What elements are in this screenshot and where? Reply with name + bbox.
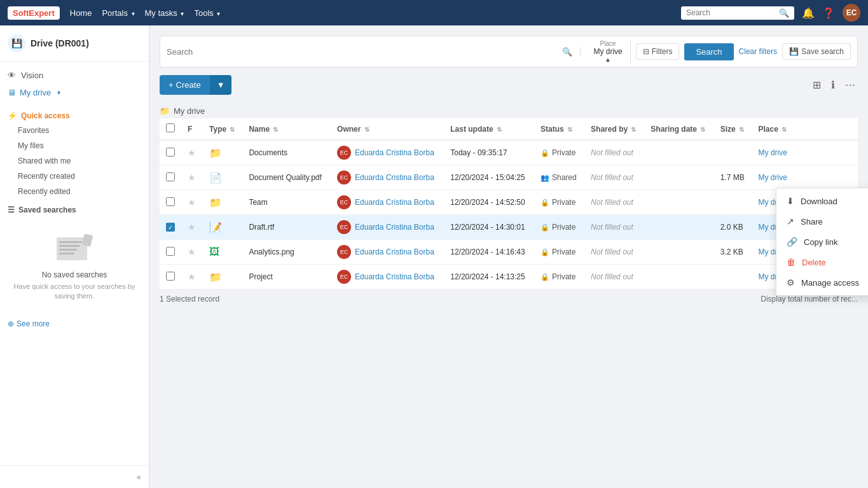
row-name-cell[interactable]: Documents xyxy=(242,140,331,165)
more-options-button[interactable]: ⋯ xyxy=(843,76,858,94)
notification-icon[interactable]: 🔔 xyxy=(802,7,815,19)
file-type-icon: 📁 xyxy=(209,272,222,282)
see-more-link[interactable]: ⊕ See more xyxy=(0,314,149,333)
col-header-owner[interactable]: Owner ⇅ xyxy=(331,118,444,140)
last-update: 12/20/2024 - 14:30:01 xyxy=(450,223,525,232)
context-menu-item-download[interactable]: ⬇Download xyxy=(776,191,868,211)
row-checkbox[interactable] xyxy=(166,197,175,206)
owner-name[interactable]: Eduarda Cristina Borba xyxy=(355,272,434,281)
place-label: Place xyxy=(600,40,616,47)
row-star-cell[interactable]: ★ xyxy=(181,240,203,265)
collapse-sidebar-btn[interactable]: « xyxy=(0,465,149,488)
place-link[interactable]: My drive xyxy=(759,148,787,157)
row-select-cell[interactable] xyxy=(160,240,181,265)
help-icon[interactable]: ❓ xyxy=(822,7,835,19)
col-header-size[interactable]: Size ⇅ xyxy=(714,118,752,140)
sidebar-item-favorites[interactable]: Favorites xyxy=(0,123,149,138)
last-update: 12/20/2024 - 14:16:43 xyxy=(450,247,525,256)
create-dropdown-button[interactable]: ▼ xyxy=(210,75,231,95)
context-menu-item-share[interactable]: ↗Share xyxy=(776,211,868,232)
row-size-cell xyxy=(714,140,752,165)
row-select-cell[interactable] xyxy=(160,265,181,289)
status-text: Private xyxy=(552,223,575,232)
star-icon[interactable]: ★ xyxy=(188,272,196,282)
context-menu-item-delete[interactable]: 🗑Delete xyxy=(776,252,868,272)
row-star-cell[interactable]: ★ xyxy=(181,190,203,215)
col-header-last-update[interactable]: Last update ⇅ xyxy=(444,118,534,140)
place-link[interactable]: My drive xyxy=(759,173,787,182)
col-header-type[interactable]: Type ⇅ xyxy=(203,118,242,140)
owner-name[interactable]: Eduarda Cristina Borba xyxy=(355,173,434,182)
search-button[interactable]: Search xyxy=(684,43,733,60)
col-header-place[interactable]: Place ⇅ xyxy=(752,118,795,140)
logo[interactable]: SoftExpert xyxy=(8,6,60,20)
table-row: ★ 📁 Documents EC Eduarda Cristina Borba … xyxy=(160,140,858,165)
place-value: My drive xyxy=(593,47,622,56)
row-select-cell[interactable] xyxy=(160,190,181,215)
row-checkbox[interactable] xyxy=(166,148,175,157)
row-select-cell[interactable] xyxy=(160,165,181,190)
owner-name[interactable]: Eduarda Cristina Borba xyxy=(355,247,434,256)
star-icon[interactable]: ★ xyxy=(188,197,196,207)
row-select-cell[interactable] xyxy=(160,140,181,165)
status-badge: 👥 Shared xyxy=(541,173,578,182)
sidebar-item-recently-edited[interactable]: Recently edited xyxy=(0,184,149,199)
row-name-cell[interactable]: Project xyxy=(242,265,331,289)
row-name-cell[interactable]: Analytics.png xyxy=(242,240,331,265)
col-header-status[interactable]: Status ⇅ xyxy=(534,118,584,140)
create-main-button[interactable]: + Create xyxy=(160,75,210,95)
context-menu-item-manage-access[interactable]: ⚙Manage access xyxy=(776,272,868,293)
sidebar-quick-access[interactable]: ⚡ Quick access xyxy=(0,106,149,123)
info-button[interactable]: ℹ xyxy=(829,76,837,94)
select-all-checkbox[interactable] xyxy=(166,123,175,132)
row-star-cell[interactable]: ★ xyxy=(181,265,203,289)
col-header-sharing-date[interactable]: Sharing date ⇅ xyxy=(644,118,713,140)
nav-home[interactable]: Home xyxy=(70,8,92,18)
search-input[interactable] xyxy=(167,47,558,57)
nav-portals[interactable]: Portals ▾ xyxy=(102,8,134,18)
row-checkbox[interactable]: ✓ xyxy=(166,223,175,232)
save-search-button[interactable]: 💾 Save search xyxy=(782,43,851,60)
col-header-name[interactable]: Name ⇅ xyxy=(242,118,331,140)
owner-name[interactable]: Eduarda Cristina Borba xyxy=(355,198,434,207)
owner-name[interactable]: Eduarda Cristina Borba xyxy=(355,223,434,232)
owner-name[interactable]: Eduarda Cristina Borba xyxy=(355,148,434,157)
sidebar-item-my-files[interactable]: My files xyxy=(0,138,149,153)
avatar[interactable]: EC xyxy=(843,4,860,22)
sidebar-saved-searches[interactable]: ☰ Saved searches xyxy=(0,199,149,217)
grid-view-button[interactable]: ⊞ xyxy=(810,76,823,94)
sidebar-item-vision[interactable]: 👁 Vision xyxy=(0,67,149,84)
row-checkbox[interactable] xyxy=(166,172,175,181)
sidebar-item-recently-created[interactable]: Recently created xyxy=(0,169,149,184)
context-menu-item-copy-link[interactable]: 🔗Copy link xyxy=(776,232,868,252)
filters-button[interactable]: ⊟ Filters xyxy=(636,43,680,60)
global-search-input[interactable] xyxy=(686,8,775,17)
row-name-cell[interactable]: Team xyxy=(242,190,331,215)
row-status-cell: 🔒 Private xyxy=(534,140,584,165)
row-star-cell[interactable]: ★ xyxy=(181,165,203,190)
search-input-wrap: 🔍 xyxy=(167,47,581,57)
row-name-cell[interactable]: Document Quality.pdf xyxy=(242,165,331,190)
col-header-shared-by[interactable]: Shared by ⇅ xyxy=(584,118,644,140)
nav-tools[interactable]: Tools ▾ xyxy=(194,8,220,18)
row-name-cell[interactable]: Draft.rtf xyxy=(242,215,331,240)
clear-filters-link[interactable]: Clear filters xyxy=(739,47,778,56)
star-icon[interactable]: ★ xyxy=(188,148,196,158)
star-icon[interactable]: ★ xyxy=(188,172,196,183)
star-icon[interactable]: ★ xyxy=(188,222,196,232)
nav-my-tasks[interactable]: My tasks ▾ xyxy=(145,8,184,18)
row-star-cell[interactable]: ★ xyxy=(181,140,203,165)
row-star-cell[interactable]: ★ xyxy=(181,215,203,240)
sidebar-item-shared-with-me[interactable]: Shared with me xyxy=(0,153,149,169)
star-icon[interactable]: ★ xyxy=(188,247,196,257)
global-search-box[interactable]: 🔍 xyxy=(681,6,794,20)
row-sharing-date-cell xyxy=(644,165,713,190)
place-button[interactable]: Place My drive ▲ xyxy=(586,40,630,63)
status-text: Private xyxy=(552,148,575,157)
sidebar-item-my-drive[interactable]: 🖥 My drive ▾ xyxy=(0,84,149,101)
row-last-update-cell: Today - 09:35:17 xyxy=(444,140,534,165)
row-select-cell[interactable]: ✓ xyxy=(160,215,181,240)
row-checkbox[interactable] xyxy=(166,247,175,256)
last-update: 12/20/2024 - 14:13:25 xyxy=(450,272,525,281)
row-checkbox[interactable] xyxy=(166,272,175,281)
